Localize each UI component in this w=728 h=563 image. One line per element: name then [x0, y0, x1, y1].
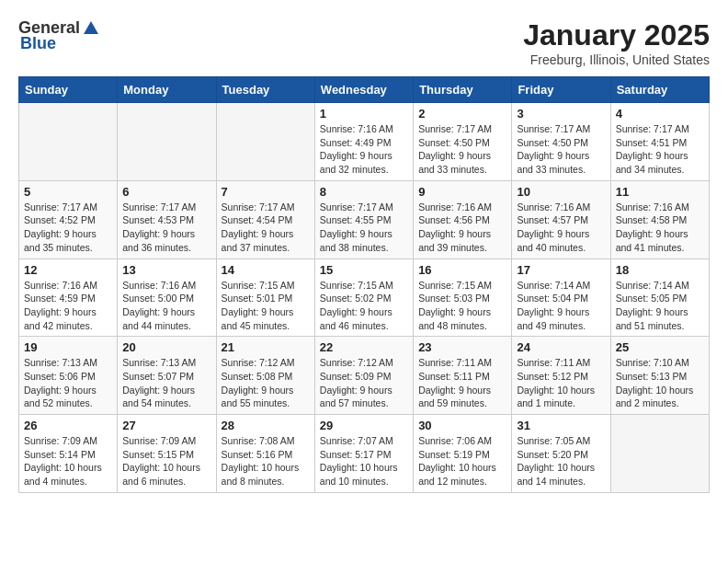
- day-cell: 10Sunrise: 7:16 AM Sunset: 4:57 PM Dayli…: [512, 180, 610, 259]
- day-number: 22: [320, 340, 408, 354]
- day-number: 25: [616, 340, 704, 354]
- day-info: Sunrise: 7:14 AM Sunset: 5:05 PM Dayligh…: [616, 279, 704, 333]
- day-cell: 5Sunrise: 7:17 AM Sunset: 4:52 PM Daylig…: [19, 180, 118, 259]
- day-info: Sunrise: 7:14 AM Sunset: 5:04 PM Dayligh…: [517, 279, 605, 333]
- day-number: 24: [517, 340, 605, 354]
- day-info: Sunrise: 7:17 AM Sunset: 4:52 PM Dayligh…: [24, 201, 112, 255]
- day-number: 5: [24, 185, 112, 199]
- week-row-2: 5Sunrise: 7:17 AM Sunset: 4:52 PM Daylig…: [19, 180, 710, 259]
- day-number: 11: [616, 185, 704, 199]
- day-info: Sunrise: 7:05 AM Sunset: 5:20 PM Dayligh…: [517, 434, 605, 488]
- day-cell: [19, 103, 118, 181]
- logo-blue: Blue: [20, 34, 56, 53]
- page-title: January 2025: [523, 18, 710, 52]
- day-number: 10: [517, 185, 605, 199]
- weekday-header-monday: Monday: [118, 77, 216, 103]
- day-cell: 25Sunrise: 7:10 AM Sunset: 5:13 PM Dayli…: [610, 337, 709, 415]
- day-cell: 11Sunrise: 7:16 AM Sunset: 4:58 PM Dayli…: [610, 180, 709, 259]
- day-info: Sunrise: 7:17 AM Sunset: 4:54 PM Dayligh…: [222, 201, 310, 255]
- day-info: Sunrise: 7:09 AM Sunset: 5:15 PM Dayligh…: [122, 434, 210, 488]
- week-row-5: 26Sunrise: 7:09 AM Sunset: 5:14 PM Dayli…: [19, 415, 710, 493]
- calendar-table: SundayMondayTuesdayWednesdayThursdayFrid…: [18, 76, 710, 493]
- day-number: 9: [418, 185, 506, 199]
- weekday-header-wednesday: Wednesday: [314, 77, 413, 103]
- day-info: Sunrise: 7:16 AM Sunset: 4:58 PM Dayligh…: [616, 201, 704, 255]
- day-info: Sunrise: 7:10 AM Sunset: 5:13 PM Dayligh…: [616, 356, 704, 410]
- day-cell: 27Sunrise: 7:09 AM Sunset: 5:15 PM Dayli…: [118, 415, 216, 493]
- day-cell: 4Sunrise: 7:17 AM Sunset: 4:51 PM Daylig…: [610, 103, 709, 181]
- day-info: Sunrise: 7:15 AM Sunset: 5:02 PM Dayligh…: [320, 279, 408, 333]
- day-number: 23: [418, 340, 506, 354]
- day-info: Sunrise: 7:16 AM Sunset: 5:00 PM Dayligh…: [122, 279, 210, 333]
- svg-marker-0: [84, 21, 98, 34]
- day-cell: [118, 103, 216, 181]
- day-number: 7: [222, 185, 310, 199]
- day-cell: 16Sunrise: 7:15 AM Sunset: 5:03 PM Dayli…: [414, 259, 512, 337]
- day-cell: 30Sunrise: 7:06 AM Sunset: 5:19 PM Dayli…: [414, 415, 512, 493]
- week-row-4: 19Sunrise: 7:13 AM Sunset: 5:06 PM Dayli…: [19, 337, 710, 415]
- day-number: 28: [222, 419, 310, 432]
- day-cell: 24Sunrise: 7:11 AM Sunset: 5:12 PM Dayli…: [512, 337, 610, 415]
- day-cell: [610, 415, 709, 493]
- day-number: 8: [320, 185, 408, 199]
- day-number: 26: [24, 419, 112, 432]
- day-info: Sunrise: 7:09 AM Sunset: 5:14 PM Dayligh…: [24, 434, 112, 488]
- day-cell: 21Sunrise: 7:12 AM Sunset: 5:08 PM Dayli…: [216, 337, 314, 415]
- day-info: Sunrise: 7:08 AM Sunset: 5:16 PM Dayligh…: [222, 434, 310, 488]
- week-row-1: 1Sunrise: 7:16 AM Sunset: 4:49 PM Daylig…: [19, 103, 710, 181]
- day-cell: 7Sunrise: 7:17 AM Sunset: 4:54 PM Daylig…: [216, 180, 314, 259]
- day-info: Sunrise: 7:07 AM Sunset: 5:17 PM Dayligh…: [320, 434, 408, 488]
- calendar-body: 1Sunrise: 7:16 AM Sunset: 4:49 PM Daylig…: [19, 103, 710, 493]
- weekday-header-tuesday: Tuesday: [216, 77, 314, 103]
- day-cell: 18Sunrise: 7:14 AM Sunset: 5:05 PM Dayli…: [610, 259, 709, 337]
- week-row-3: 12Sunrise: 7:16 AM Sunset: 4:59 PM Dayli…: [19, 259, 710, 337]
- day-info: Sunrise: 7:17 AM Sunset: 4:53 PM Dayligh…: [122, 201, 210, 255]
- day-number: 21: [222, 340, 310, 354]
- day-cell: 9Sunrise: 7:16 AM Sunset: 4:56 PM Daylig…: [414, 180, 512, 259]
- day-info: Sunrise: 7:13 AM Sunset: 5:06 PM Dayligh…: [24, 356, 112, 410]
- page-subtitle: Freeburg, Illinois, United States: [523, 52, 710, 67]
- day-info: Sunrise: 7:06 AM Sunset: 5:19 PM Dayligh…: [418, 434, 506, 488]
- day-info: Sunrise: 7:13 AM Sunset: 5:07 PM Dayligh…: [122, 356, 210, 410]
- day-info: Sunrise: 7:16 AM Sunset: 4:56 PM Dayligh…: [418, 201, 506, 255]
- day-cell: 29Sunrise: 7:07 AM Sunset: 5:17 PM Dayli…: [314, 415, 413, 493]
- title-block: January 2025 Freeburg, Illinois, United …: [523, 18, 710, 67]
- day-cell: 28Sunrise: 7:08 AM Sunset: 5:16 PM Dayli…: [216, 415, 314, 493]
- day-cell: 1Sunrise: 7:16 AM Sunset: 4:49 PM Daylig…: [314, 103, 413, 181]
- weekday-header-friday: Friday: [512, 77, 610, 103]
- day-number: 6: [122, 185, 210, 199]
- day-info: Sunrise: 7:11 AM Sunset: 5:12 PM Dayligh…: [517, 356, 605, 410]
- day-number: 19: [24, 340, 112, 354]
- day-info: Sunrise: 7:17 AM Sunset: 4:55 PM Dayligh…: [320, 201, 408, 255]
- day-cell: 12Sunrise: 7:16 AM Sunset: 4:59 PM Dayli…: [19, 259, 118, 337]
- day-number: 31: [517, 419, 605, 432]
- day-cell: 15Sunrise: 7:15 AM Sunset: 5:02 PM Dayli…: [314, 259, 413, 337]
- day-number: 27: [122, 419, 210, 432]
- weekday-header-row: SundayMondayTuesdayWednesdayThursdayFrid…: [19, 77, 710, 103]
- day-info: Sunrise: 7:15 AM Sunset: 5:03 PM Dayligh…: [418, 279, 506, 333]
- day-info: Sunrise: 7:12 AM Sunset: 5:08 PM Dayligh…: [222, 356, 310, 410]
- day-info: Sunrise: 7:16 AM Sunset: 4:49 PM Dayligh…: [320, 122, 408, 177]
- day-cell: 23Sunrise: 7:11 AM Sunset: 5:11 PM Dayli…: [414, 337, 512, 415]
- day-number: 12: [24, 263, 112, 277]
- day-info: Sunrise: 7:11 AM Sunset: 5:11 PM Dayligh…: [418, 356, 506, 410]
- page-header: General Blue January 2025 Freeburg, Illi…: [18, 18, 710, 67]
- day-cell: 3Sunrise: 7:17 AM Sunset: 4:50 PM Daylig…: [512, 103, 610, 181]
- day-cell: 13Sunrise: 7:16 AM Sunset: 5:00 PM Dayli…: [118, 259, 216, 337]
- day-info: Sunrise: 7:17 AM Sunset: 4:50 PM Dayligh…: [418, 122, 506, 177]
- day-number: 29: [320, 419, 408, 432]
- day-info: Sunrise: 7:16 AM Sunset: 4:57 PM Dayligh…: [517, 201, 605, 255]
- day-number: 18: [616, 263, 704, 277]
- weekday-header-thursday: Thursday: [414, 77, 512, 103]
- day-cell: 22Sunrise: 7:12 AM Sunset: 5:09 PM Dayli…: [314, 337, 413, 415]
- day-cell: 19Sunrise: 7:13 AM Sunset: 5:06 PM Dayli…: [19, 337, 118, 415]
- day-info: Sunrise: 7:16 AM Sunset: 4:59 PM Dayligh…: [24, 279, 112, 333]
- day-number: 20: [122, 340, 210, 354]
- day-number: 30: [418, 419, 506, 432]
- day-number: 3: [517, 107, 605, 121]
- weekday-header-saturday: Saturday: [610, 77, 709, 103]
- day-number: 4: [616, 107, 704, 121]
- day-cell: 8Sunrise: 7:17 AM Sunset: 4:55 PM Daylig…: [314, 180, 413, 259]
- logo-icon: [82, 19, 100, 38]
- day-number: 16: [418, 263, 506, 277]
